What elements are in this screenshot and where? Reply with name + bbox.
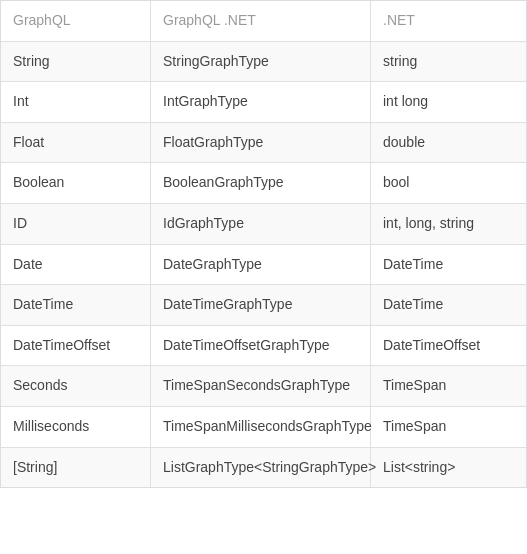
table-row: StringStringGraphTypestring (1, 42, 526, 83)
cell-graphql: [String] (1, 448, 151, 488)
cell-graphql: DateTimeOffset (1, 326, 151, 366)
table-header-row: GraphQL GraphQL .NET .NET (1, 1, 526, 42)
cell-net: TimeSpan (371, 407, 526, 447)
table-row: DateTimeOffsetDateTimeOffsetGraphTypeDat… (1, 326, 526, 367)
cell-graphql: Boolean (1, 163, 151, 203)
cell-net: string (371, 42, 526, 82)
table-row: [String]ListGraphType<StringGraphType>Li… (1, 448, 526, 488)
cell-graphql: ID (1, 204, 151, 244)
cell-graphql-net: DateTimeGraphType (151, 285, 371, 325)
cell-net: DateTime (371, 285, 526, 325)
table-row: IntIntGraphTypeint long (1, 82, 526, 123)
cell-graphql: String (1, 42, 151, 82)
cell-graphql-net: TimeSpanMillisecondsGraphType (151, 407, 371, 447)
cell-graphql-net: BooleanGraphType (151, 163, 371, 203)
cell-graphql-net: IdGraphType (151, 204, 371, 244)
cell-graphql-net: StringGraphType (151, 42, 371, 82)
cell-graphql: Int (1, 82, 151, 122)
cell-net: TimeSpan (371, 366, 526, 406)
table-body: StringStringGraphTypestringIntIntGraphTy… (1, 42, 526, 488)
table-row: SecondsTimeSpanSecondsGraphTypeTimeSpan (1, 366, 526, 407)
cell-graphql: Float (1, 123, 151, 163)
cell-graphql: Date (1, 245, 151, 285)
cell-net: int long (371, 82, 526, 122)
header-net: .NET (371, 1, 526, 41)
table-row: DateDateGraphTypeDateTime (1, 245, 526, 286)
cell-graphql: Milliseconds (1, 407, 151, 447)
cell-net: List<string> (371, 448, 526, 488)
cell-graphql-net: ListGraphType<StringGraphType> (151, 448, 371, 488)
cell-graphql-net: TimeSpanSecondsGraphType (151, 366, 371, 406)
table-row: MillisecondsTimeSpanMillisecondsGraphTyp… (1, 407, 526, 448)
table-row: FloatFloatGraphTypedouble (1, 123, 526, 164)
cell-net: int, long, string (371, 204, 526, 244)
header-graphql-net: GraphQL .NET (151, 1, 371, 41)
header-graphql: GraphQL (1, 1, 151, 41)
cell-net: bool (371, 163, 526, 203)
table-row: BooleanBooleanGraphTypebool (1, 163, 526, 204)
cell-graphql-net: DateGraphType (151, 245, 371, 285)
cell-graphql-net: IntGraphType (151, 82, 371, 122)
cell-net: DateTimeOffset (371, 326, 526, 366)
table-row: IDIdGraphTypeint, long, string (1, 204, 526, 245)
cell-graphql: Seconds (1, 366, 151, 406)
cell-graphql-net: FloatGraphType (151, 123, 371, 163)
cell-net: DateTime (371, 245, 526, 285)
cell-net: double (371, 123, 526, 163)
type-mapping-table: GraphQL GraphQL .NET .NET StringStringGr… (0, 0, 527, 488)
cell-graphql-net: DateTimeOffsetGraphType (151, 326, 371, 366)
cell-graphql: DateTime (1, 285, 151, 325)
table-row: DateTimeDateTimeGraphTypeDateTime (1, 285, 526, 326)
